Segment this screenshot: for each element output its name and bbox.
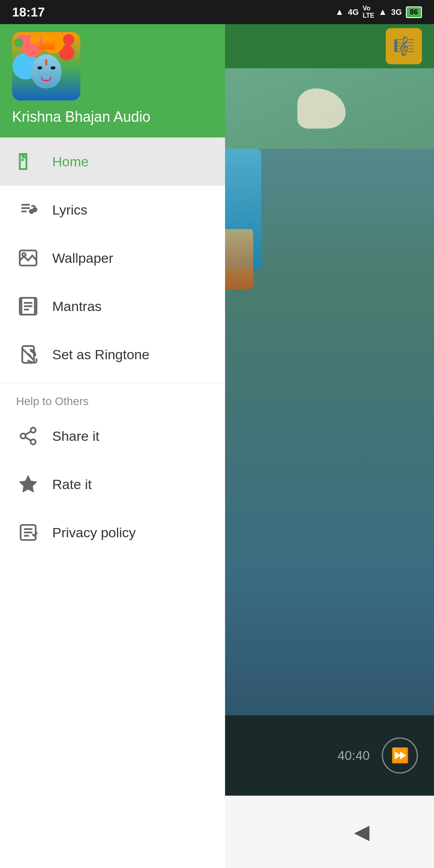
- menu-item-lyrics[interactable]: Lyrics: [0, 186, 225, 234]
- svg-point-8: [33, 208, 37, 211]
- status-time: 18:17: [12, 5, 45, 20]
- back-icon: ◀: [354, 820, 369, 843]
- svg-point-2: [22, 155, 24, 156]
- svg-point-15: [31, 428, 36, 433]
- menu-label-wallpaper: Wallpaper: [52, 250, 113, 266]
- svg-line-19: [25, 432, 31, 435]
- 3g-icon: 3G: [391, 8, 402, 17]
- fast-forward-icon: ⏩: [391, 747, 409, 764]
- menu-item-wallpaper[interactable]: Wallpaper: [0, 234, 225, 282]
- menu-item-rate[interactable]: Rate it: [0, 460, 225, 508]
- drawer-menu: Home Lyrics: [0, 137, 225, 868]
- section-header-help: Help to Others: [0, 387, 225, 412]
- menu-item-ringtone[interactable]: Set as Ringtone: [0, 330, 225, 379]
- fast-forward-button[interactable]: ⏩: [382, 737, 418, 774]
- share-icon: [16, 424, 40, 448]
- signal2-icon: ▲: [379, 7, 387, 17]
- music-icon-btn[interactable]: 🎼: [386, 28, 422, 64]
- menu-item-privacy[interactable]: Privacy policy: [0, 508, 225, 557]
- player-time: 40:40: [338, 748, 370, 763]
- menu-label-ringtone: Set as Ringtone: [52, 347, 149, 362]
- menu-item-mantras[interactable]: Mantras: [0, 282, 225, 330]
- menu-item-share[interactable]: Share it: [0, 412, 225, 460]
- conch-area: [209, 68, 434, 149]
- app-logo-inner: [12, 32, 80, 100]
- menu-divider: [0, 383, 225, 383]
- svg-marker-3: [21, 158, 25, 162]
- ringtone-icon: [16, 342, 40, 366]
- volte-icon: VoLTE: [362, 5, 374, 19]
- svg-marker-20: [20, 476, 37, 492]
- menu-label-home: Home: [52, 154, 89, 170]
- svg-point-10: [22, 253, 25, 256]
- menu-item-home[interactable]: Home: [0, 137, 225, 186]
- privacy-icon: [16, 520, 40, 545]
- mantras-icon: [16, 294, 40, 318]
- app-logo: [12, 32, 80, 100]
- player-bar: 40:40 ⏩: [209, 715, 434, 796]
- menu-label-mantras: Mantras: [52, 299, 102, 314]
- bg-image-area: [209, 68, 434, 796]
- menu-label-privacy: Privacy policy: [52, 525, 136, 540]
- menu-label-share: Share it: [52, 428, 99, 444]
- drawer: Krishna Bhajan Audio Home: [0, 0, 225, 868]
- menu-label-rate: Rate it: [52, 477, 92, 492]
- rate-icon: [16, 472, 40, 496]
- status-icons: ▲ 4G VoLTE ▲ 3G 86: [335, 5, 422, 19]
- signal-icon: ▲: [335, 7, 344, 17]
- menu-label-lyrics: Lyrics: [52, 202, 88, 218]
- back-button[interactable]: ◀: [346, 816, 378, 848]
- lyrics-icon: [16, 198, 40, 222]
- battery-icon: 86: [406, 6, 422, 18]
- 4g-lte-icon: 4G: [348, 8, 359, 17]
- svg-line-18: [25, 437, 31, 440]
- svg-point-16: [20, 434, 26, 439]
- app-title: Krishna Bhajan Audio: [12, 108, 213, 125]
- wallpaper-icon: [16, 246, 40, 270]
- svg-point-17: [31, 439, 36, 444]
- music-note-icon: 🎼: [393, 36, 415, 57]
- conch-shape: [297, 88, 346, 129]
- home-icon: [16, 149, 40, 174]
- status-bar: 18:17 ▲ 4G VoLTE ▲ 3G 86: [0, 0, 434, 24]
